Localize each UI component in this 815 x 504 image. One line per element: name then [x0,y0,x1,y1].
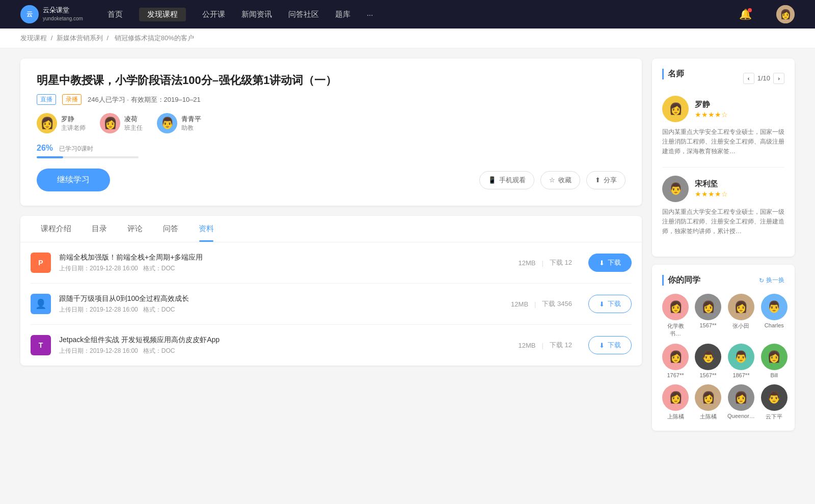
students-header: 你的同学 ↻ 换一换 [662,275,784,286]
progress-bar-bg [37,156,139,158]
resource-stats-3: 12MB | 下载 12 [519,341,572,350]
nav-news[interactable]: 新闻资讯 [241,8,272,21]
download-button-3[interactable]: ⬇ 下载 [588,336,632,354]
refresh-icon: ↻ [759,277,764,284]
tab-qa[interactable]: 问答 [153,216,188,242]
teacher-page: 1/10 [757,74,770,82]
breadcrumb-discover[interactable]: 发现课程 [20,34,47,42]
breadcrumb: 发现课程 / 新媒体营销系列 / 销冠修炼术搞定80%的客户 [0,29,815,48]
badge-live: 直播 [37,94,56,105]
teacher-2: 👩 凌荷 班主任 [100,113,143,133]
resource-name-3: Jetpack全组件实战 开发短视频应用高仿皮皮虾App [59,335,510,345]
teacher-avatar-2: 👩 [100,113,120,133]
course-meta: 直播 录播 246人已学习 · 有效期至：2019–10–21 [37,94,626,105]
nav-discover[interactable]: 发现课程 [139,8,186,21]
resource-icon-2: 👤 [31,294,51,314]
student-avatar-6: 👨 [695,344,721,370]
teacher-1: 👩 罗静 主讲老师 [37,113,86,133]
student-name-6: 1567** [699,372,716,378]
student-avatar-3: 👩 [728,294,754,320]
resource-list: P 前端全栈加强版！前端全栈+全周期+多端应用 上传日期：2019-12-28 … [20,242,642,366]
share-button[interactable]: ⬆ 分享 [586,171,626,189]
student-item-9: 👩 上陈橘 [662,384,689,421]
student-avatar-2: 👩 [695,294,721,320]
download-label-1: 下载 [608,258,621,267]
prev-teacher-button[interactable]: ‹ [743,73,754,84]
tab-review[interactable]: 评论 [117,216,153,242]
download-label-2: 下载 [608,299,621,309]
breadcrumb-series[interactable]: 新媒体营销系列 [57,34,103,42]
resource-item-3: T Jetpack全组件实战 开发短视频应用高仿皮皮虾App 上传日期：2019… [31,325,632,366]
download-label-3: 下载 [608,341,621,350]
teacher-role-2: 班主任 [124,124,143,132]
share-label: 分享 [604,176,617,185]
nav-more[interactable]: ··· [367,8,373,21]
download-button-1[interactable]: ⬇ 下载 [588,254,632,272]
download-button-2[interactable]: ⬇ 下载 [588,295,632,313]
nav-open[interactable]: 公开课 [202,8,225,21]
refresh-label: 换一换 [766,276,784,285]
resource-icon-1: P [31,253,51,273]
sidebar-teacher-avatar-1: 👩 [662,96,689,122]
course-actions: 继续学习 📱 手机观看 ☆ 收藏 ⬆ 分享 [37,169,626,191]
student-name-5: 1767** [667,372,684,378]
download-icon-3: ⬇ [599,342,605,349]
teacher-avatar-3: 👨 [157,113,177,133]
teachers-pagination: ‹ 1/10 › [743,73,784,84]
student-name-4: Charles [765,322,784,328]
tab-intro[interactable]: 课程介绍 [31,216,82,242]
progress-bar-fill [37,156,63,158]
student-avatar-8: 👩 [761,344,787,370]
download-icon-1: ⬇ [599,259,605,267]
course-stats: 246人已学习 · 有效期至：2019–10–21 [88,95,201,104]
continue-button[interactable]: 继续学习 [37,169,110,191]
progress-sublabel: 已学习0课时 [59,145,93,152]
progress-section: 26% 已学习0课时 [37,144,626,158]
teachers-sidebar-card: 名师 ‹ 1/10 › 👩 罗静 ★★★★☆ [652,59,795,257]
students-sidebar-title: 你的同学 [662,275,700,286]
nav-home[interactable]: 首页 [107,8,123,21]
student-item-6: 👨 1567** [695,344,721,378]
sidebar-teacher-stars-2: ★★★★☆ [695,190,728,198]
mobile-view-button[interactable]: 📱 手机观看 [479,171,534,189]
student-item-4: 👨 Charles [761,294,787,338]
download-icon-2: ⬇ [599,300,605,308]
action-group: 📱 手机观看 ☆ 收藏 ⬆ 分享 [479,171,626,189]
refresh-students-button[interactable]: ↻ 换一换 [759,276,784,285]
student-item-12: 👨 云下平 [761,384,787,421]
resource-name-2: 跟随千万级项目从0到100全过程高效成长 [59,294,503,303]
student-avatar-5: 👩 [662,344,689,370]
tab-resource[interactable]: 资料 [188,216,224,242]
teachers-sidebar-title: 名师 [662,69,684,79]
sidebar-teacher-desc-2: 国内某重点大学安全工程专业硕士，国家一级注册消防工程师、注册安全工程师、注册建造… [662,207,784,237]
collect-label: 收藏 [558,176,572,185]
student-name-10: 土陈橘 [700,413,717,421]
sidebar-teacher-2: 👨 宋利坚 ★★★★☆ 国内某重点大学安全工程专业硕士，国家一级注册消防工程师、… [662,176,784,237]
nav-quiz[interactable]: 题库 [335,8,350,21]
student-name-8: Bill [770,372,778,378]
logo-text: 云朵课堂yundoketang.com [43,6,83,22]
student-item-5: 👩 1767** [662,344,689,378]
tab-catalog[interactable]: 目录 [82,216,117,242]
student-item-8: 👩 Bill [761,344,787,378]
resource-info-1: 前端全栈加强版！前端全栈+全周期+多端应用 上传日期：2019-12-28 16… [59,253,510,273]
next-teacher-button[interactable]: › [773,73,784,84]
teacher-role-1: 主讲老师 [61,124,86,132]
student-name-2: 1567** [699,322,716,328]
tabs-card: 课程介绍 目录 评论 问答 资料 P 前端全栈加强版！前端全栈+全周期+多端应用… [20,216,642,366]
logo[interactable]: 云 云朵课堂yundoketang.com [20,5,83,23]
student-item-2: 👩 1567** [695,294,721,338]
breadcrumb-current: 销冠修炼术搞定80%的客户 [115,34,194,42]
resource-info-3: Jetpack全组件实战 开发短视频应用高仿皮皮虾App 上传日期：2019-1… [59,335,510,355]
collect-button[interactable]: ☆ 收藏 [540,171,580,189]
user-avatar[interactable]: 👩 [776,5,795,23]
resource-item: P 前端全栈加强版！前端全栈+全周期+多端应用 上传日期：2019-12-28 … [31,242,632,284]
mobile-icon: 📱 [488,176,496,184]
students-grid-wrapper: 👩 化学教书… 👩 1567** 👩 张小田 👨 Charles [662,294,784,421]
course-title: 明星中教授课，小学阶段语法100分–强化级第1讲动词（一） [37,73,626,88]
teacher-role-3: 助教 [181,124,201,132]
nav-qa[interactable]: 问答社区 [288,8,319,21]
badge-recording: 录播 [62,94,82,105]
sidebar-teacher-stars-1: ★★★★☆ [695,110,728,119]
notification-bell[interactable]: 🔔 [739,8,752,20]
